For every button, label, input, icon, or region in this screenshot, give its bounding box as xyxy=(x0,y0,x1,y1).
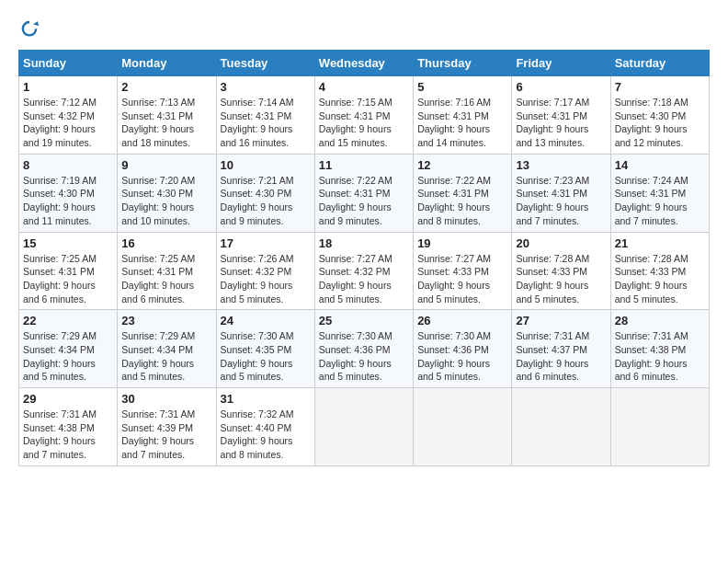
calendar-cell: 23 Sunrise: 7:29 AM Sunset: 4:34 PM Dayl… xyxy=(118,310,216,388)
day-number: 30 xyxy=(121,392,211,406)
day-info: Sunrise: 7:17 AM Sunset: 4:31 PM Dayligh… xyxy=(516,96,606,150)
day-info: Sunrise: 7:31 AM Sunset: 4:38 PM Dayligh… xyxy=(615,329,705,384)
calendar-cell: 25 Sunrise: 7:30 AM Sunset: 4:36 PM Dayl… xyxy=(314,310,413,388)
day-info: Sunrise: 7:32 AM Sunset: 4:40 PM Dayligh… xyxy=(221,408,311,462)
calendar-cell: 9 Sunrise: 7:20 AM Sunset: 4:30 PM Dayli… xyxy=(118,154,216,232)
calendar-cell: 3 Sunrise: 7:14 AM Sunset: 4:31 PM Dayli… xyxy=(216,76,314,155)
day-info: Sunrise: 7:12 AM Sunset: 4:32 PM Dayligh… xyxy=(23,96,113,150)
day-number: 12 xyxy=(417,158,507,172)
calendar-week-row: 1 Sunrise: 7:12 AM Sunset: 4:32 PM Dayli… xyxy=(19,76,710,155)
calendar-cell: 5 Sunrise: 7:16 AM Sunset: 4:31 PM Dayli… xyxy=(414,76,512,155)
day-info: Sunrise: 7:23 AM Sunset: 4:31 PM Dayligh… xyxy=(516,174,606,228)
weekday-header: Friday xyxy=(512,51,610,76)
calendar-cell: 22 Sunrise: 7:29 AM Sunset: 4:34 PM Dayl… xyxy=(19,310,118,388)
day-info: Sunrise: 7:14 AM Sunset: 4:31 PM Dayligh… xyxy=(221,96,311,150)
day-number: 24 xyxy=(221,314,311,327)
calendar-cell: 19 Sunrise: 7:27 AM Sunset: 4:33 PM Dayl… xyxy=(414,232,512,310)
calendar-cell: 10 Sunrise: 7:21 AM Sunset: 4:30 PM Dayl… xyxy=(216,154,314,232)
day-number: 14 xyxy=(615,158,705,172)
calendar-week-row: 29 Sunrise: 7:31 AM Sunset: 4:38 PM Dayl… xyxy=(19,388,710,466)
day-info: Sunrise: 7:19 AM Sunset: 4:30 PM Dayligh… xyxy=(23,174,113,228)
day-number: 8 xyxy=(23,158,113,172)
day-info: Sunrise: 7:25 AM Sunset: 4:31 PM Dayligh… xyxy=(23,252,113,306)
day-number: 25 xyxy=(319,314,409,327)
calendar-cell: 24 Sunrise: 7:30 AM Sunset: 4:35 PM Dayl… xyxy=(216,310,314,388)
day-number: 13 xyxy=(516,158,606,172)
day-info: Sunrise: 7:22 AM Sunset: 4:31 PM Dayligh… xyxy=(319,174,409,228)
calendar-cell xyxy=(414,388,512,466)
day-info: Sunrise: 7:13 AM Sunset: 4:31 PM Dayligh… xyxy=(121,96,211,150)
calendar-cell: 7 Sunrise: 7:18 AM Sunset: 4:30 PM Dayli… xyxy=(610,76,709,155)
weekday-header: Saturday xyxy=(610,51,709,76)
day-info: Sunrise: 7:31 AM Sunset: 4:38 PM Dayligh… xyxy=(23,408,113,462)
day-info: Sunrise: 7:31 AM Sunset: 4:39 PM Dayligh… xyxy=(121,408,211,462)
page-header xyxy=(18,18,710,40)
day-number: 7 xyxy=(615,80,705,94)
calendar-cell: 15 Sunrise: 7:25 AM Sunset: 4:31 PM Dayl… xyxy=(19,232,118,310)
day-info: Sunrise: 7:15 AM Sunset: 4:31 PM Dayligh… xyxy=(319,96,409,150)
calendar-cell: 27 Sunrise: 7:31 AM Sunset: 4:37 PM Dayl… xyxy=(512,310,610,388)
day-number: 2 xyxy=(121,80,211,94)
calendar-cell xyxy=(512,388,610,466)
weekday-header: Sunday xyxy=(19,51,118,76)
day-number: 27 xyxy=(516,314,606,327)
calendar-body: 1 Sunrise: 7:12 AM Sunset: 4:32 PM Dayli… xyxy=(19,76,710,466)
day-number: 26 xyxy=(417,314,507,327)
day-number: 20 xyxy=(516,236,606,250)
day-number: 22 xyxy=(23,314,113,327)
calendar-cell: 11 Sunrise: 7:22 AM Sunset: 4:31 PM Dayl… xyxy=(314,154,413,232)
day-number: 21 xyxy=(615,236,705,250)
weekday-header: Monday xyxy=(118,51,216,76)
calendar-cell: 16 Sunrise: 7:25 AM Sunset: 4:31 PM Dayl… xyxy=(118,232,216,310)
calendar-table: SundayMondayTuesdayWednesdayThursdayFrid… xyxy=(18,50,710,466)
day-info: Sunrise: 7:20 AM Sunset: 4:30 PM Dayligh… xyxy=(121,174,211,228)
day-number: 4 xyxy=(319,80,409,94)
calendar-cell: 17 Sunrise: 7:26 AM Sunset: 4:32 PM Dayl… xyxy=(216,232,314,310)
day-info: Sunrise: 7:27 AM Sunset: 4:32 PM Dayligh… xyxy=(319,252,409,306)
weekday-header: Tuesday xyxy=(216,51,314,76)
calendar-cell: 13 Sunrise: 7:23 AM Sunset: 4:31 PM Dayl… xyxy=(512,154,610,232)
day-number: 31 xyxy=(221,392,311,406)
weekday-header: Thursday xyxy=(414,51,512,76)
day-number: 3 xyxy=(221,80,311,94)
logo-icon xyxy=(18,18,40,40)
day-number: 1 xyxy=(23,80,113,94)
day-number: 28 xyxy=(615,314,705,327)
day-number: 16 xyxy=(121,236,211,250)
day-info: Sunrise: 7:21 AM Sunset: 4:30 PM Dayligh… xyxy=(221,174,311,228)
day-info: Sunrise: 7:30 AM Sunset: 4:36 PM Dayligh… xyxy=(319,329,409,384)
day-info: Sunrise: 7:28 AM Sunset: 4:33 PM Dayligh… xyxy=(516,252,606,306)
calendar-week-row: 15 Sunrise: 7:25 AM Sunset: 4:31 PM Dayl… xyxy=(19,232,710,310)
calendar-header-row: SundayMondayTuesdayWednesdayThursdayFrid… xyxy=(19,51,710,76)
day-number: 18 xyxy=(319,236,409,250)
calendar-cell: 31 Sunrise: 7:32 AM Sunset: 4:40 PM Dayl… xyxy=(216,388,314,466)
day-info: Sunrise: 7:26 AM Sunset: 4:32 PM Dayligh… xyxy=(221,252,311,306)
day-info: Sunrise: 7:30 AM Sunset: 4:36 PM Dayligh… xyxy=(417,329,507,384)
day-number: 11 xyxy=(319,158,409,172)
calendar-cell: 20 Sunrise: 7:28 AM Sunset: 4:33 PM Dayl… xyxy=(512,232,610,310)
calendar-week-row: 22 Sunrise: 7:29 AM Sunset: 4:34 PM Dayl… xyxy=(19,310,710,388)
day-number: 17 xyxy=(221,236,311,250)
weekday-header: Wednesday xyxy=(314,51,413,76)
day-number: 23 xyxy=(121,314,211,327)
day-number: 19 xyxy=(417,236,507,250)
day-info: Sunrise: 7:27 AM Sunset: 4:33 PM Dayligh… xyxy=(417,252,507,306)
day-number: 9 xyxy=(121,158,211,172)
day-number: 15 xyxy=(23,236,113,250)
day-info: Sunrise: 7:29 AM Sunset: 4:34 PM Dayligh… xyxy=(23,329,113,384)
calendar-cell: 12 Sunrise: 7:22 AM Sunset: 4:31 PM Dayl… xyxy=(414,154,512,232)
day-info: Sunrise: 7:31 AM Sunset: 4:37 PM Dayligh… xyxy=(516,329,606,384)
day-number: 6 xyxy=(516,80,606,94)
calendar-week-row: 8 Sunrise: 7:19 AM Sunset: 4:30 PM Dayli… xyxy=(19,154,710,232)
day-info: Sunrise: 7:29 AM Sunset: 4:34 PM Dayligh… xyxy=(121,329,211,384)
calendar-cell: 28 Sunrise: 7:31 AM Sunset: 4:38 PM Dayl… xyxy=(610,310,709,388)
day-number: 29 xyxy=(23,392,113,406)
calendar-cell: 21 Sunrise: 7:28 AM Sunset: 4:33 PM Dayl… xyxy=(610,232,709,310)
calendar-cell: 1 Sunrise: 7:12 AM Sunset: 4:32 PM Dayli… xyxy=(19,76,118,155)
calendar-cell: 4 Sunrise: 7:15 AM Sunset: 4:31 PM Dayli… xyxy=(314,76,413,155)
logo xyxy=(18,18,44,40)
day-number: 10 xyxy=(221,158,311,172)
calendar-cell: 18 Sunrise: 7:27 AM Sunset: 4:32 PM Dayl… xyxy=(314,232,413,310)
calendar-cell: 14 Sunrise: 7:24 AM Sunset: 4:31 PM Dayl… xyxy=(610,154,709,232)
calendar-cell: 26 Sunrise: 7:30 AM Sunset: 4:36 PM Dayl… xyxy=(414,310,512,388)
